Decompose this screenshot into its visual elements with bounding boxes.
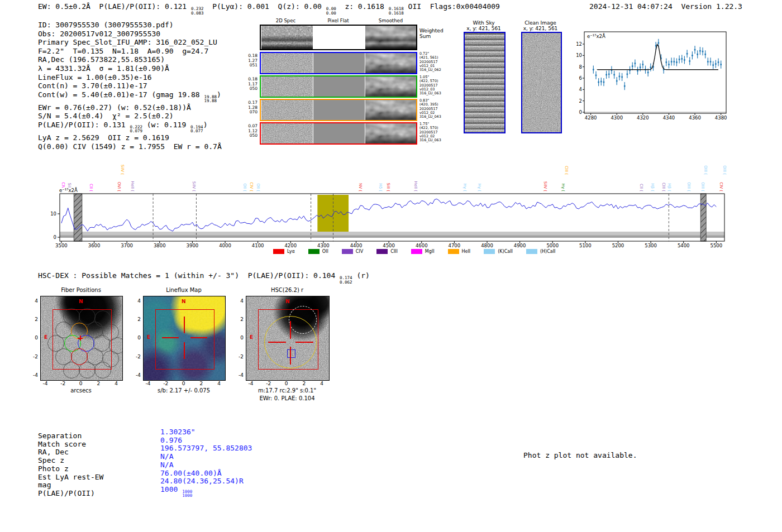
hsc-xlabel2: EWr: 0. PLAE: 0.104 (246, 395, 328, 401)
cleanimage-coords: x, y: 421, 561 (514, 26, 567, 31)
cutout-x-tick-label: 2 (297, 381, 311, 386)
info-line: S/N = 5.4(±0.4) χ² = 2.5(±0.2) (38, 112, 222, 121)
row-smoothed-image (365, 100, 416, 120)
main-x-tick-label: 3900 (181, 243, 203, 248)
catalog-object-circle (289, 306, 317, 334)
fiber-positions-title: Fiber Positions (40, 287, 122, 293)
annotation-line: 316_LU_063 (419, 138, 453, 142)
weighted-pixelflat-image (313, 26, 365, 49)
zoom-x-tick-label: 4380 (712, 115, 731, 121)
annotation-line: 316_LU_062 (419, 68, 453, 72)
col-title-smoothed: Smoothed (365, 18, 417, 23)
row-weight-labels: 0.181.17050 (244, 77, 258, 92)
row-2dspec-image (261, 53, 313, 73)
emission-line-label: OIII ( (722, 165, 727, 175)
hscdex-header: HSC-DEX : Possible Matches = 1 (within +… (38, 271, 370, 284)
emission-line-label: CII ( (639, 184, 643, 191)
main-x-tick-label: 4400 (345, 243, 368, 248)
cutout-y-tick-label: 0 (132, 335, 141, 341)
legend-swatch (448, 249, 459, 254)
info-line: ID: 3007955530 (3007955530.pdf) (38, 21, 222, 30)
crosshair-top (184, 317, 185, 333)
crosshair-right (190, 337, 207, 338)
cutout-y-tick-label: -2 (235, 354, 244, 360)
zoom-y-tick-label: 8 (574, 64, 582, 70)
emission-line-label: OVI ( (117, 182, 121, 191)
info-line: Obs: 20200517v012_3007955530 (38, 30, 222, 39)
withsky-coords: x, y: 421, 561 (458, 26, 509, 31)
noise (261, 76, 313, 97)
weight-value: 050 (244, 133, 258, 138)
cutout-x-tick-label: -2 (262, 381, 275, 386)
legend-label: Lyα (287, 249, 295, 254)
info-line: RA,Dec (196.573822,55.853165) (38, 55, 222, 64)
cutout-x-tick-label: -2 (56, 381, 70, 386)
cutout-y-tick-label: 4 (29, 298, 38, 304)
legend-item: HeII (448, 249, 471, 254)
match-row-value: 0.976 (160, 436, 182, 445)
match-row-label: Est LyA rest-EW (38, 473, 103, 481)
info-line: LyA z = 2.5629 OII z = 0.1619 (38, 133, 222, 142)
stacked-uncertainty: 0.2220.079 (130, 125, 142, 133)
lineflux-map-image: N E (143, 296, 226, 381)
row-pixelflat-image (313, 123, 365, 143)
zoom-x-tick-label: 4280 (581, 115, 600, 121)
crosshair-left (162, 337, 179, 338)
emission-line-label: Hδ ( (378, 183, 383, 191)
legend-item: (H)CaII (526, 249, 555, 254)
cutout-y-tick-label: 2 (29, 317, 38, 322)
zoom-x-tick-label: 4300 (607, 115, 626, 121)
zoom-y-tick-label: 10 (574, 52, 582, 58)
crosshair-right (295, 342, 313, 343)
cutout-y-tick-label: -4 (235, 372, 244, 378)
zoom-x-tick-label: 4360 (685, 115, 704, 121)
legend-item: Lyα (273, 249, 295, 254)
row-smoothed-image (365, 53, 416, 73)
match-row-label: mag (38, 481, 51, 489)
main-x-tick-label: 3500 (50, 243, 73, 248)
row-annotation: 1.05"(422, 570)20200517v012_03316_LU_063 (419, 75, 453, 95)
cutout-x-tick-label: 2 (194, 381, 208, 386)
catalog-match-box (287, 349, 295, 358)
legend-item: OII (308, 249, 328, 254)
cutout-y-tick-label: -4 (29, 372, 38, 378)
cutout-x-tick-label: 4 (315, 381, 328, 386)
north-label: N (182, 299, 186, 304)
stacked-uncertainty: 0.1740.062 (340, 276, 352, 284)
emission-line-label: CII ( (89, 184, 93, 191)
north-label: N (285, 299, 290, 304)
cleanimage-image (521, 32, 562, 133)
main-x-tick-label: 4100 (247, 243, 269, 248)
report-version: Version 1.22.3 (681, 2, 742, 11)
cutout-y-tick-label: 2 (132, 317, 141, 322)
fiber-cutout-row (260, 99, 417, 121)
main-x-tick-label: 5000 (541, 243, 564, 248)
legend-label: HeII (462, 249, 471, 254)
cutout-y-tick-label: 4 (132, 298, 141, 304)
main-x-tick-label: 4800 (476, 243, 498, 248)
cutout-x-tick-label: 0 (74, 381, 88, 386)
emission-line-label: SiIV ( (192, 181, 196, 191)
cutout-y-tick-label: -2 (132, 354, 141, 360)
crosshair-bottom (184, 342, 185, 359)
cutout-x-tick-label: 0 (280, 381, 293, 386)
legend-swatch (308, 249, 320, 254)
main-x-tick-label: 4300 (312, 243, 335, 248)
match-row-label: P(LAE)/P(OII) (38, 489, 95, 497)
emission-line-label: Hβ ( (667, 183, 671, 191)
emission-line-label: CIV ( (719, 182, 723, 191)
main-x-tick-label: 4200 (279, 243, 302, 248)
main-x-tick-label: 4600 (411, 243, 433, 248)
north-label: N (79, 299, 83, 304)
weight-value: 070 (244, 110, 258, 115)
legend-label: CIV (356, 249, 363, 254)
info-line: F=2.2" T=0.135 N=1.18 A=0.90 g=24.7 (38, 47, 222, 56)
emission-line-label: SiII ( (386, 183, 390, 191)
zoom-x-tick-label: 4320 (633, 115, 652, 121)
row-2dspec-image (261, 100, 313, 120)
main-x-tick-label: 5200 (607, 243, 629, 248)
emission-line-label: SiIV ( (543, 181, 547, 191)
main-y-tick-label: 0 (48, 234, 56, 240)
cutout-y-tick-label: 0 (235, 335, 244, 341)
spacer (673, 2, 681, 11)
